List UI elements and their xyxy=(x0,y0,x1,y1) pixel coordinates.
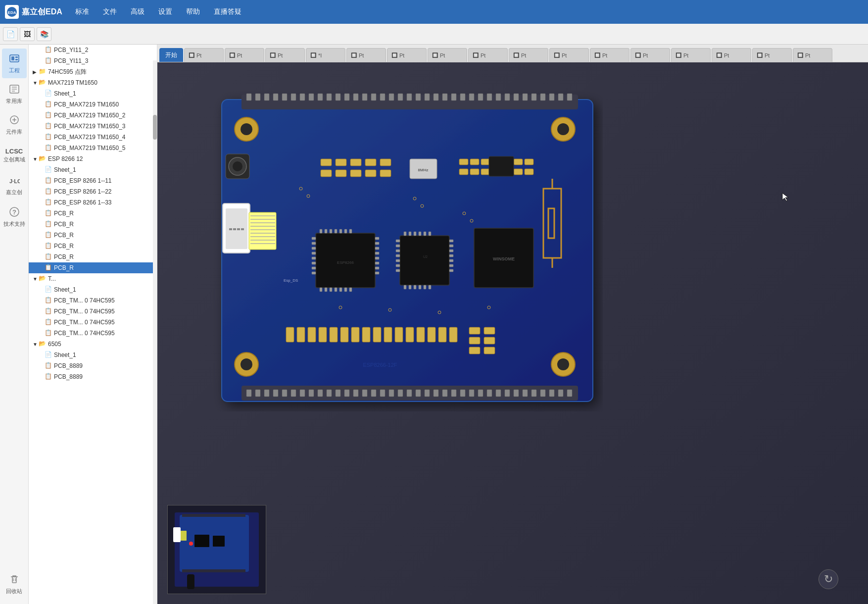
menu-file[interactable]: 文件 xyxy=(100,5,120,18)
svg-rect-178 xyxy=(409,285,411,289)
tab-4[interactable]: 🔲 Pt xyxy=(346,48,386,62)
scrollbar-thumb[interactable] xyxy=(153,115,157,140)
svg-rect-165 xyxy=(449,245,453,247)
sidebar-item-component-lib[interactable]: 元件库 xyxy=(2,110,27,140)
svg-rect-34 xyxy=(353,94,358,101)
tree-item-pcb-tm2[interactable]: 📋 PCB_TM... 0 74HC595 xyxy=(29,306,157,317)
tree-item-pcb-8889-2[interactable]: 📋 PCB_8889 xyxy=(29,371,157,382)
tab-13[interactable]: 🔲 Pt xyxy=(712,48,751,62)
tree-item-6505[interactable]: ▼ 📂 6505 xyxy=(29,339,157,350)
tree-item-pcb-8889-1[interactable]: 📋 PCB_8889 xyxy=(29,360,157,371)
svg-rect-60 xyxy=(246,390,251,397)
toolbar-layers-btn[interactable]: 📚 xyxy=(37,27,51,41)
jlc-icon: J·LC xyxy=(9,177,20,187)
svg-rect-46 xyxy=(460,94,465,101)
tree-item-sheet1-6505[interactable]: 📄 Sheet_1 xyxy=(29,350,157,360)
toolbar-new-btn[interactable]: 📄 xyxy=(3,27,18,41)
tab-1[interactable]: 🔲 Pt xyxy=(225,48,264,62)
sidebar-item-project[interactable]: 工程 xyxy=(2,49,27,78)
tree-item-max7219[interactable]: ▼ 📂 MAX7219 TM1650 xyxy=(29,77,157,88)
tree-item-pcb-yi11-2[interactable]: 📋 PCB_YI11_2 xyxy=(29,45,157,55)
tab-2[interactable]: 🔲 Pt xyxy=(265,48,305,62)
pcb-icon: 🔲 xyxy=(513,52,519,58)
svg-rect-109 xyxy=(226,208,247,249)
tree-item-pcb-max7219-5[interactable]: 📋 PCB_MAX7219 TM1650_5 xyxy=(29,143,157,153)
tree-item-pcb-esp-1[interactable]: 📋 PCB_ESP 8266 1--11 xyxy=(29,175,157,186)
tree-item-pcb-max7219-1[interactable]: 📋 PCB_MAX7219 TM1650 xyxy=(29,99,157,110)
tab-10[interactable]: 🔲 Pt xyxy=(590,48,629,62)
pcb-viewer[interactable]: ESP8266 xyxy=(157,62,868,604)
svg-rect-38 xyxy=(389,94,394,101)
tab-12[interactable]: 🔲 Pt xyxy=(671,48,711,62)
tab-14[interactable]: 🔲 Pt xyxy=(752,48,792,62)
svg-rect-176 xyxy=(429,232,431,236)
svg-rect-37 xyxy=(380,94,385,101)
tab-15[interactable]: 🔲 Pt xyxy=(793,48,832,62)
sidebar-item-lcsc[interactable]: LCSC 立创离域 xyxy=(2,141,27,170)
tree-item-sheet1-t[interactable]: 📄 Sheet_1 xyxy=(29,284,157,295)
tree-item-74hc595[interactable]: ▶ 📁 74HC595 点阵 xyxy=(29,66,157,77)
tree-item-pcb-max7219-4[interactable]: 📋 PCB_MAX7219 TM1650_4 xyxy=(29,132,157,143)
tree-item-pcb-esp-2[interactable]: 📋 PCB_ESP 8266 1--22 xyxy=(29,186,157,197)
svg-rect-67 xyxy=(309,390,314,397)
sidebar-item-jlc[interactable]: J·LC 嘉立创 xyxy=(2,171,27,201)
tab-9[interactable]: 🔲 Pt xyxy=(549,48,589,62)
file-icon: 📋 xyxy=(45,373,52,381)
toolbar-image-btn[interactable]: 🖼 xyxy=(20,27,35,41)
sheet-icon: 📄 xyxy=(45,351,52,359)
tree-item-pcb-r-selected[interactable]: 📋 PCB_R xyxy=(29,262,157,273)
tab-label-4: Pt xyxy=(359,52,364,58)
tree-item-pcb-tm3[interactable]: 📋 PCB_TM... 0 74HC595 xyxy=(29,317,157,328)
tree-item-pcb-r2[interactable]: 📋 PCB_R xyxy=(29,219,157,230)
arrow-icon: ▼ xyxy=(33,276,39,282)
svg-rect-144 xyxy=(335,229,337,233)
tab-label-2: Pt xyxy=(278,52,283,58)
menu-settings[interactable]: 设置 xyxy=(155,5,175,18)
svg-rect-50 xyxy=(496,94,501,101)
svg-rect-70 xyxy=(336,390,340,397)
tree-item-pcb-r5[interactable]: 📋 PCB_R xyxy=(29,252,157,262)
svg-rect-171 xyxy=(404,232,406,236)
tree-item-sheet1-esp[interactable]: 📄 Sheet_1 xyxy=(29,164,157,175)
tab-11[interactable]: 🔲 Pt xyxy=(630,48,670,62)
tree-item-t-folder[interactable]: ▼ 📂 T... xyxy=(29,273,157,284)
menu-standard[interactable]: 标准 xyxy=(72,5,92,18)
refresh-button[interactable]: ↻ xyxy=(819,569,838,589)
svg-rect-40 xyxy=(407,94,412,101)
menu-help[interactable]: 帮助 xyxy=(183,5,203,18)
tree-item-pcb-max7219-3[interactable]: 📋 PCB_MAX7219 TM1650_3 xyxy=(29,121,157,132)
tree-item-esp8266[interactable]: ▼ 📂 ESP 8266 12 xyxy=(29,153,157,164)
scrollbar-track[interactable] xyxy=(153,60,157,604)
menu-advanced[interactable]: 高级 xyxy=(128,5,147,18)
tree-item-pcb-r4[interactable]: 📋 PCB_R xyxy=(29,241,157,252)
svg-rect-146 xyxy=(344,229,347,233)
menu-livestream[interactable]: 直播答疑 xyxy=(211,5,244,18)
sidebar-item-support[interactable]: ? 技术支持 xyxy=(2,202,27,232)
svg-rect-133 xyxy=(375,237,379,240)
file-icon: 📋 xyxy=(45,329,52,337)
sidebar-item-common-lib[interactable]: 常用库 xyxy=(2,79,27,109)
tree-item-pcb-esp-3[interactable]: 📋 PCB_ESP 8266 1--33 xyxy=(29,197,157,208)
tab-8[interactable]: 🔲 Pt xyxy=(509,48,548,62)
tab-6[interactable]: 🔲 Pt xyxy=(428,48,467,62)
tab-0[interactable]: 🔲 Pt xyxy=(184,48,224,62)
tab-3[interactable]: 🔲 *I xyxy=(306,48,345,62)
svg-rect-32 xyxy=(336,94,340,101)
tree-item-pcb-tm1[interactable]: 📋 PCB_TM... 0 74HC595 xyxy=(29,295,157,306)
svg-rect-111 xyxy=(233,228,236,230)
tree-item-pcb-tm4[interactable]: 📋 PCB_TM... 0 74HC595 xyxy=(29,328,157,339)
tree-item-pcb-max7219-2[interactable]: 📋 PCB_MAX7219 TM1650_2 xyxy=(29,110,157,121)
tab-start[interactable]: 开始 xyxy=(159,48,183,62)
tree-item-pcb-yi11-3[interactable]: 📋 PCB_YI11_3 xyxy=(29,55,157,66)
tab-7[interactable]: 🔲 Pt xyxy=(468,48,508,62)
svg-rect-56 xyxy=(549,94,554,101)
tree-item-sheet1-max[interactable]: 📄 Sheet_1 xyxy=(29,88,157,99)
tree-item-pcb-r1[interactable]: 📋 PCB_R xyxy=(29,208,157,219)
svg-rect-89 xyxy=(505,390,510,397)
tab-5[interactable]: 🔲 Pt xyxy=(387,48,427,62)
tree-item-pcb-r3[interactable]: 📋 PCB_R xyxy=(29,230,157,241)
file-tree-content[interactable]: 📋 PCB_YI11_2 📋 PCB_YI11_3 ▶ 📁 74HC595 点阵… xyxy=(29,45,157,604)
svg-rect-204 xyxy=(459,169,468,175)
sidebar-item-recycle[interactable]: 回收站 xyxy=(2,569,27,599)
svg-rect-145 xyxy=(339,229,342,233)
